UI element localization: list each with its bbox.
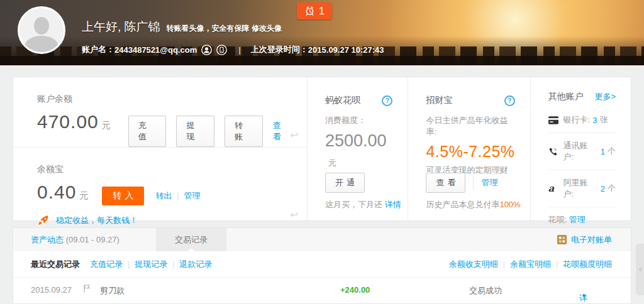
skyline-base (0, 56, 644, 65)
flag-icon[interactable] (84, 285, 91, 295)
balance-detail-link[interactable]: 余额收支明细 (449, 259, 498, 270)
yuebao-panel: 余额宝 0.40 元 转入 转出 | 管理 稳定收益，每天数钱！ ↩ (13, 148, 307, 227)
transaction-amount: +240.00 (340, 285, 370, 295)
huabei-activate-button[interactable]: 开通 (325, 173, 365, 193)
balance-view-link[interactable]: 查看 (273, 120, 288, 143)
last-login-value: 2015.09.27 10:27:43 (308, 45, 384, 55)
bank-card-icon (548, 116, 564, 124)
divider (473, 176, 474, 190)
divider: | (177, 192, 179, 200)
yuebao-title: 余额宝 (37, 164, 288, 175)
yuebao-amount: 0.40 (37, 182, 76, 203)
chevron-left-icon (638, 267, 641, 272)
mobile-badge-icon[interactable] (216, 45, 227, 55)
transfer-button[interactable]: 转账 (225, 116, 263, 147)
tab-bar: 资产动态 (09.01 - 09.27) 交易记录 电子对账单 (13, 227, 631, 251)
account-line: 账户名： 2443487521@qq.com | 上次登录时间： 2015.09… (82, 44, 384, 55)
balance-unit: 元 (102, 120, 111, 131)
huabei-panel: 蚂蚁花呗 ? 消费额度： 2500.00元 开通 这月买，下月还 详情 (308, 77, 408, 220)
yuebao-detail-link[interactable]: 余额宝明细 (510, 259, 551, 270)
huabei-manage-label: 花呗: (548, 215, 567, 224)
collapse-arrow-icon[interactable]: ↩ (290, 209, 298, 220)
side-panel-toggle[interactable] (636, 244, 644, 295)
huabei-amount: 2500.00 (325, 131, 387, 150)
e-statement-link[interactable]: 电子对账单 (557, 234, 612, 246)
more-link[interactable]: 更多> (594, 91, 616, 102)
huabei-note: 这月买，下月还 (325, 200, 382, 209)
tab-asset-trends[interactable]: 资产动态 (31, 235, 64, 244)
edit-avatar-link[interactable]: 修改头像 (252, 24, 282, 33)
zhaocaibao-rate-label: 今日主供产品年化收益率: (426, 115, 514, 138)
help-icon[interactable]: ? (382, 95, 392, 106)
records-header-row: 最近交易记录 充值记录 | 提现记录 | 退款记录 余额收支明细 | 余额宝明细… (13, 251, 631, 278)
divider: | (128, 260, 130, 269)
transaction-status: 交易成功 (469, 285, 502, 296)
notification-count: 1 (319, 6, 325, 17)
yuebao-slogan-link[interactable]: 稳定收益，每天数钱！ (56, 215, 138, 226)
recharge-button[interactable]: 充值 (128, 116, 167, 147)
transaction-name: 剪刀款 (100, 285, 125, 296)
greeting-tip: 转账看头像，安全有保障 (167, 24, 250, 33)
row-label: 阿里账户: (563, 177, 597, 200)
zhaocaibao-history-value: 100% (499, 200, 520, 209)
zhaocaibao-history-label: 历史产品本息兑付率 (426, 200, 499, 209)
collapse-arrow-icon[interactable]: ↩ (290, 129, 298, 141)
phone-icon (548, 147, 564, 156)
avatar-head-shape (34, 17, 49, 35)
help-icon[interactable]: ? (504, 95, 515, 106)
huabei-unit: 元 (328, 158, 336, 168)
account-label: 账户名： (82, 44, 114, 55)
refund-records-link[interactable]: 退款记录 (179, 259, 212, 270)
huabei-title: 蚂蚁花呗 (325, 95, 360, 106)
row-label: 通讯账户: (563, 140, 597, 163)
huabei-manage-link[interactable]: 管理 (569, 215, 586, 224)
row-count: 1 (601, 147, 605, 156)
last-login-label: 上次登录时间： (251, 44, 308, 55)
zhaocaibao-title: 招财宝 (426, 95, 452, 106)
alarm-clock-icon (304, 6, 315, 16)
zhaocaibao-view-button[interactable]: 查看 (426, 173, 465, 193)
tab-transaction-records[interactable]: 交易记录 (156, 228, 226, 252)
row-label: 银行卡: (564, 114, 591, 126)
balance-amount: 470.00 (37, 111, 99, 133)
rocket-icon (37, 214, 50, 227)
notification-badge[interactable]: 1 (297, 3, 332, 19)
divider: | (503, 260, 505, 269)
withdraw-records-link[interactable]: 提现记录 (135, 259, 167, 270)
yuebao-manage-link[interactable]: 管理 (184, 190, 201, 202)
zhaocaibao-rate: 4.5%-7.25% (426, 143, 514, 161)
row-unit: 张 (599, 114, 608, 126)
other-accounts-title: 其他账户 (548, 91, 584, 102)
recharge-records-link[interactable]: 充值记录 (90, 259, 123, 270)
header-banner: 上午好, 陈广锦转账看头像，安全有保障 修改头像 账户名： 2443487521… (0, 0, 644, 65)
row-unit: 个 (608, 183, 616, 194)
account-balance-panel: 账户余额 470.00 元 充值 提现 转账 查看 ↩ (13, 77, 307, 148)
avatar[interactable] (18, 6, 65, 54)
transaction-row[interactable]: 2015.09.27 剪刀款 +240.00 交易成功 详情▼ (13, 278, 631, 303)
balance-column: 账户余额 470.00 元 充值 提现 转账 查看 ↩ 余额宝 0.40 元 转… (13, 77, 308, 220)
user-badge-icon[interactable] (201, 45, 212, 55)
transfer-in-button[interactable]: 转入 (102, 187, 144, 205)
row-count: 2 (601, 184, 605, 193)
yuebao-unit: 元 (79, 190, 88, 202)
divider: | (556, 260, 558, 269)
alibaba-icon: a (548, 185, 564, 193)
zhaocaibao-manage-link[interactable]: 管理 (481, 177, 497, 188)
bank-card-row[interactable]: 银行卡: 3 张 (548, 107, 616, 133)
withdraw-button[interactable]: 提现 (176, 116, 214, 147)
ali-account-row[interactable]: a 阿里账户: 2 个 (548, 170, 616, 207)
chevron-down-icon: ▼ (581, 293, 587, 299)
balance-title: 账户余额 (37, 94, 288, 105)
huabei-details-link[interactable]: 详情 (385, 200, 401, 209)
recent-records-label: 最近交易记录 (31, 259, 80, 270)
transaction-date: 2015.09.27 (31, 285, 72, 295)
transaction-records-section: 最近交易记录 充值记录 | 提现记录 | 退款记录 余额收支明细 | 余额宝明细… (13, 251, 631, 304)
e-statement-label: 电子对账单 (571, 234, 612, 246)
transfer-out-link[interactable]: 转出 (155, 190, 172, 202)
other-accounts-panel: 其他账户 更多> 银行卡: 3 张 通讯账户: 1 个 a 阿里账户: 2 个 (531, 77, 631, 220)
huabei-quota-detail-link[interactable]: 花呗额度明细 (563, 259, 612, 270)
telecom-account-row[interactable]: 通讯账户: 1 个 (548, 133, 616, 170)
zhaocaibao-panel: 招财宝 ? 今日主供产品年化收益率: 4.5%-7.25% 可灵活变现的定期理财… (408, 77, 530, 220)
row-count: 3 (592, 116, 597, 125)
asset-trends-range: (09.01 - 09.27) (66, 235, 119, 244)
